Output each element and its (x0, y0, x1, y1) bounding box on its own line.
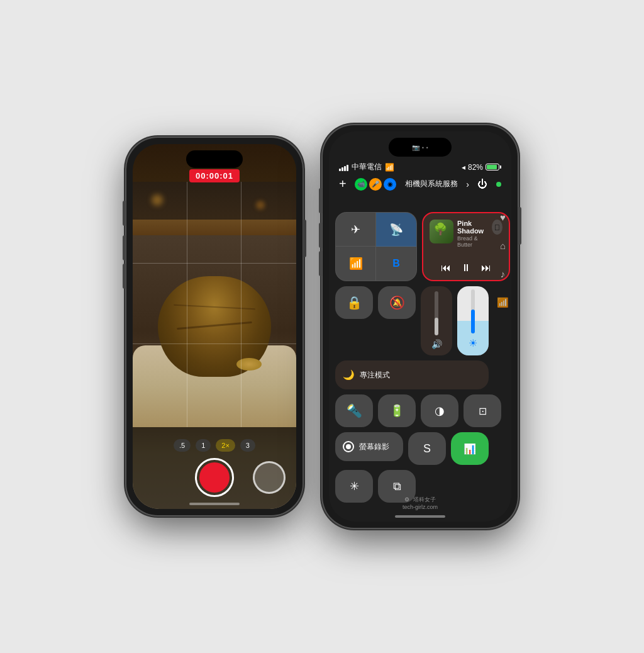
row-utilities: 🔦 🔋 ◑ ⊡ (335, 394, 489, 427)
cat-scene (133, 182, 296, 427)
watermark: ⚙ 塔科女子 tech-girlz.com (402, 496, 438, 510)
volume-slider (435, 291, 438, 335)
connectivity-block[interactable]: ✈ 📡 📶 B (335, 212, 417, 281)
row-focus: 🌙 專注模式 (335, 360, 489, 389)
service-icons: 📹 🎤 ◉ (355, 178, 396, 191)
battery-btn-icon: 🔋 (390, 404, 404, 418)
dynamic-island-left (186, 150, 243, 168)
right-strip-icons: ♥ ⌂ ♪ 📶 (497, 212, 509, 308)
wifi-icon: 📶 (349, 257, 363, 271)
music-controls: ⏮ ⏸ ⏭ (430, 262, 502, 274)
control-center-bg: 📷 ▪ ▪ 中華電信 📶 ◂ 82% (329, 131, 511, 522)
watermark-url: tech-girlz.com (402, 504, 438, 510)
zoom-controls: .5 1 2× 3 (174, 439, 255, 452)
noise-reduction-btn[interactable]: ✳ (335, 470, 373, 503)
song-artist: Bread & Butter (457, 235, 488, 248)
music-info: Pink Shadow Bread & Butter (457, 220, 488, 248)
signal-bars (339, 164, 348, 171)
mic-icon: 🎤 (369, 178, 382, 191)
rotation-lock-btn[interactable]: 🔒 (335, 286, 373, 319)
battery-icon (486, 164, 501, 170)
volume-slider-block[interactable]: 🔊 (421, 286, 452, 355)
watermark-icon: ⚙ (404, 496, 409, 503)
nav-icon: ◉ (384, 178, 396, 191)
battery-percent: 82% (468, 163, 483, 172)
song-title: Pink Shadow (457, 220, 488, 235)
camera-viewfinder: 00:00:01 (133, 144, 296, 509)
zoom-2x[interactable]: 2× (216, 439, 235, 452)
home-indicator-left (189, 503, 240, 505)
accessibility-icon: ⊡ (479, 405, 487, 417)
right-phone: 📷 ▪ ▪ 中華電信 📶 ◂ 82% (323, 125, 518, 528)
brightness-slider (471, 289, 475, 333)
row-connectivity-music: ✈ 📡 📶 B (335, 212, 489, 281)
add-button[interactable]: + (339, 177, 347, 191)
focus-label: 專注模式 (360, 370, 390, 381)
wifi-btn[interactable]: 📶 (336, 247, 376, 281)
zoom-05[interactable]: .5 (174, 439, 191, 452)
heart-icon: ♥ (500, 212, 506, 223)
cc-header: + 📹 🎤 ◉ 相機與系統服務 › ⏻ (339, 177, 501, 191)
bluetooth-icon: B (392, 258, 400, 269)
grid-lines (133, 182, 296, 427)
dynamic-island-right: 📷 ▪ ▪ (389, 138, 452, 157)
power-button[interactable]: ⏻ (477, 179, 487, 190)
zoom-1[interactable]: 1 (196, 439, 211, 452)
bar1 (339, 169, 341, 171)
rotation-lock-icon: 🔒 (347, 295, 362, 310)
focus-mode-btn[interactable]: 🌙 專注模式 (335, 360, 489, 389)
airplane-icon: ✈ (351, 223, 360, 237)
watermark-text: 塔科女子 (413, 496, 436, 503)
recording-timer: 00:00:01 (189, 169, 240, 182)
silent-mode-btn[interactable]: 🔕 (378, 286, 416, 319)
battery-area: ◂ 82% (462, 163, 501, 172)
torch-icon: 🔦 (347, 403, 362, 418)
airplane-mode-btn[interactable]: ✈ (336, 213, 376, 247)
photo-library-button[interactable] (253, 461, 286, 494)
shutter-row (143, 458, 286, 497)
carrier-signal: 中華電信 📶 (339, 162, 394, 172)
pause-button[interactable]: ⏸ (461, 262, 471, 274)
bluetooth-btn[interactable]: B (376, 247, 416, 281)
noise-icon: ✳ (350, 479, 359, 493)
bar3 (344, 166, 346, 171)
row-lock-silent: 🔒 🔕 🔊 (335, 286, 489, 355)
shazam-btn[interactable]: S (408, 432, 446, 465)
screen-record-label: 螢幕錄影 (359, 442, 389, 452)
power-indicator (496, 182, 501, 187)
brightness-icon: ☀ (469, 337, 477, 349)
screen-record-btn[interactable]: 螢幕錄影 (335, 432, 403, 461)
left-phone: 00:00:01 (126, 138, 303, 515)
prev-track-button[interactable]: ⏮ (441, 262, 451, 274)
bar4 (347, 165, 348, 171)
control-center-screen: 📷 ▪ ▪ 中華電信 📶 ◂ 82% (329, 131, 511, 522)
camera-controls: .5 1 2× 3 (133, 427, 296, 509)
album-art (430, 220, 453, 243)
home-icon: ⌂ (500, 240, 506, 251)
location-icon: ◂ (462, 163, 465, 172)
shazam-icon: S (423, 442, 431, 455)
brightness-slider-block[interactable]: ☀ (457, 286, 489, 355)
accessibility-btn[interactable]: ⊡ (464, 394, 501, 427)
torch-btn[interactable]: 🔦 (335, 394, 373, 427)
shutter-inner (199, 462, 230, 493)
hotspot-btn[interactable]: 📡 (376, 213, 416, 247)
status-bar: 中華電信 📶 ◂ 82% (339, 162, 501, 172)
music-header: Pink Shadow Bread & Butter ⎕ (430, 220, 502, 248)
signal-icon: 📶 (497, 297, 509, 308)
hotspot-icon: 📡 (389, 223, 403, 237)
carrier-name: 中華電信 (352, 162, 382, 172)
service-arrow: › (466, 179, 469, 189)
signal-strength-btn[interactable]: 📊 (451, 432, 489, 465)
control-center-grid: ✈ 📡 📶 B (335, 212, 489, 503)
zoom-3[interactable]: 3 (240, 439, 255, 452)
invert-colors-btn[interactable]: ◑ (421, 394, 458, 427)
wifi-status-icon: 📶 (385, 163, 394, 172)
invert-icon: ◑ (435, 404, 445, 418)
service-label: 相機與系統服務 (405, 179, 458, 189)
video-icon: 📹 (355, 178, 367, 191)
next-track-button[interactable]: ⏭ (481, 262, 491, 274)
camera-screen: 00:00:01 (133, 144, 296, 509)
shutter-button[interactable] (195, 458, 234, 497)
battery-btn[interactable]: 🔋 (378, 394, 416, 427)
